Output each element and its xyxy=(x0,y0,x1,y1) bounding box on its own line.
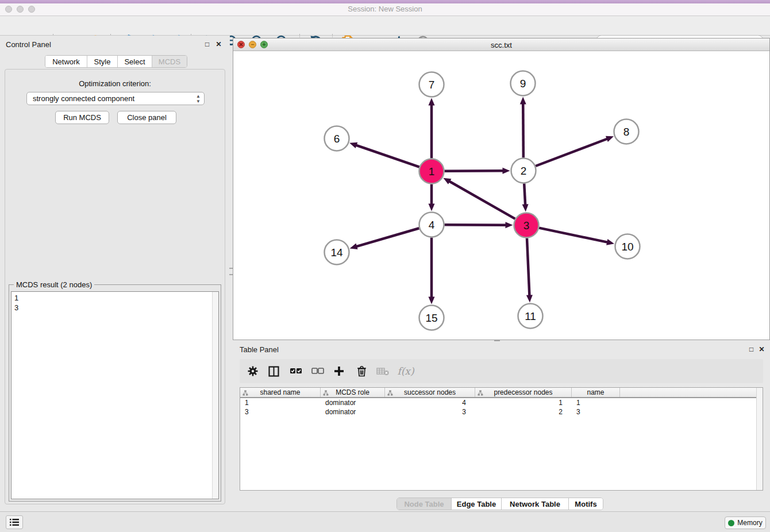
tab-style[interactable]: Style xyxy=(87,56,118,67)
column-sort-icon xyxy=(387,390,393,396)
table-cell: 3 xyxy=(240,407,321,417)
graph-node-label: 1 xyxy=(429,165,435,178)
graph-node-label: 9 xyxy=(520,78,526,90)
tab-network-table[interactable]: Network Table xyxy=(502,498,569,510)
table-cell: 3 xyxy=(572,407,620,417)
edge-3-11[interactable] xyxy=(527,238,529,296)
edge-arrowhead xyxy=(429,297,435,304)
result-scrollbar[interactable] xyxy=(212,292,218,499)
table-panel: Table Panel □ ✕ xyxy=(233,342,770,511)
unselect-all-icon[interactable] xyxy=(311,364,325,378)
edge-arrowhead xyxy=(350,244,358,250)
table-row[interactable]: 3dominator323 xyxy=(240,407,763,417)
edge-arrowhead xyxy=(520,97,526,104)
network-canvas[interactable]: 7968124314101511 xyxy=(233,51,769,340)
edge-4-3[interactable] xyxy=(444,225,506,225)
table-panel-title: Table Panel xyxy=(240,345,279,354)
column-sort-icon xyxy=(323,390,329,396)
edge-2-8[interactable] xyxy=(536,138,608,166)
graph-node-label: 14 xyxy=(330,246,343,259)
edge-arrowhead xyxy=(429,98,435,106)
mcds-result-area[interactable]: 1 3 xyxy=(11,291,219,499)
network-window-titlebar[interactable]: ✕ – + scc.txt xyxy=(233,38,769,51)
graph-node-label: 2 xyxy=(521,165,527,177)
column-header-shared-name[interactable]: shared name xyxy=(240,388,321,397)
application-window: Session: New Session xyxy=(0,0,770,532)
edge-2-3[interactable] xyxy=(524,183,525,205)
list-icon xyxy=(9,518,20,526)
table-cell: 1 xyxy=(475,398,572,407)
edge-4-14[interactable] xyxy=(356,228,419,246)
table-cell: 1 xyxy=(240,398,321,407)
float-table-panel-icon[interactable]: □ xyxy=(748,346,755,353)
tab-select[interactable]: Select xyxy=(118,56,152,67)
optimization-criterion-dropdown[interactable]: strongly connected component ▲▼ xyxy=(26,92,205,105)
graph-node-label: 3 xyxy=(523,219,530,232)
gear-icon[interactable] xyxy=(246,364,260,378)
tab-network[interactable]: Network xyxy=(45,56,87,67)
column-header-name[interactable]: name xyxy=(572,388,620,397)
control-panel-tabs: NetworkStyleSelectMCDS xyxy=(45,55,187,68)
edge-arrowhead xyxy=(522,204,529,211)
tab-mcds[interactable]: MCDS xyxy=(152,56,187,67)
graph-node-label: 11 xyxy=(525,310,536,322)
graph-node-label: 7 xyxy=(429,79,435,91)
mcds-result-title: MCDS result (2 nodes) xyxy=(14,280,94,289)
edge-arrowhead xyxy=(349,142,357,148)
graph-node-label: 10 xyxy=(621,241,633,253)
graph-node-label: 8 xyxy=(623,126,630,138)
delete-table-icon xyxy=(376,364,390,378)
table-tabs: Node TableEdge TableNetwork TableMotifs xyxy=(396,498,603,510)
tab-node-table[interactable]: Node Table xyxy=(397,498,452,510)
tab-motifs[interactable]: Motifs xyxy=(569,498,603,510)
run-mcds-button[interactable]: Run MCDS xyxy=(55,111,109,124)
memory-label: Memory xyxy=(737,519,762,527)
titlebar: Session: New Session xyxy=(0,0,770,16)
table-header-row: shared nameMCDS rolesuccessor nodesprede… xyxy=(240,388,763,398)
column-header-predecessor-nodes[interactable]: predecessor nodes xyxy=(475,388,572,397)
delete-column-icon[interactable] xyxy=(355,364,368,378)
edge-arrowhead xyxy=(505,222,513,228)
horizontal-splitter-handle[interactable] xyxy=(494,340,500,341)
close-panel-icon[interactable]: ✕ xyxy=(215,41,222,48)
control-panel: Control Panel □ ✕ NetworkStyleSelectMCDS… xyxy=(0,36,230,511)
statusbar: Memory xyxy=(0,511,770,532)
close-table-panel-icon[interactable]: ✕ xyxy=(758,346,765,353)
memory-button[interactable]: Memory xyxy=(725,516,766,529)
column-sort-icon xyxy=(478,390,483,396)
mcds-panel: Optimization criterion: strongly connect… xyxy=(5,69,225,504)
column-sort-icon xyxy=(242,390,248,396)
task-history-button[interactable] xyxy=(6,515,23,529)
add-column-icon[interactable] xyxy=(332,364,346,378)
chevron-updown-icon: ▲▼ xyxy=(196,94,201,104)
titlebar-accent-strip xyxy=(0,0,770,3)
edge-arrowhead xyxy=(526,295,533,302)
column-chooser-icon[interactable] xyxy=(267,364,280,378)
network-view-window: ✕ – + scc.txt 7968124314101511 xyxy=(233,38,770,340)
edge-3-10[interactable] xyxy=(539,228,608,242)
node-table[interactable]: shared nameMCDS rolesuccessor nodesprede… xyxy=(240,387,763,491)
edge-3-1[interactable] xyxy=(449,181,515,219)
edge-2-9[interactable] xyxy=(523,103,523,157)
main-toolbar xyxy=(0,16,770,36)
close-panel-button[interactable]: Close panel xyxy=(117,111,176,124)
edge-arrowhead xyxy=(429,204,435,211)
float-panel-icon[interactable]: □ xyxy=(203,41,211,48)
table-cell: 4 xyxy=(385,398,475,407)
table-cell: dominator xyxy=(321,398,385,407)
edge-1-2[interactable] xyxy=(444,171,503,171)
edge-1-6[interactable] xyxy=(356,145,419,167)
table-row[interactable]: 1dominator411 xyxy=(240,398,763,407)
column-header-successor-nodes[interactable]: successor nodes xyxy=(385,388,475,397)
mcds-result-text: 1 3 xyxy=(11,292,218,313)
table-scrollbar[interactable] xyxy=(756,388,763,490)
function-builder-icon: f(x) xyxy=(396,364,415,378)
select-all-icon[interactable] xyxy=(289,364,303,378)
graph-node-label: 15 xyxy=(425,312,437,324)
tab-edge-table[interactable]: Edge Table xyxy=(452,498,502,510)
network-window-title: scc.txt xyxy=(233,41,769,49)
edge-arrowhead xyxy=(606,239,614,245)
graph-node-label: 4 xyxy=(429,219,435,231)
column-header-MCDS-role[interactable]: MCDS role xyxy=(321,388,385,397)
table-cell: 3 xyxy=(385,407,475,417)
